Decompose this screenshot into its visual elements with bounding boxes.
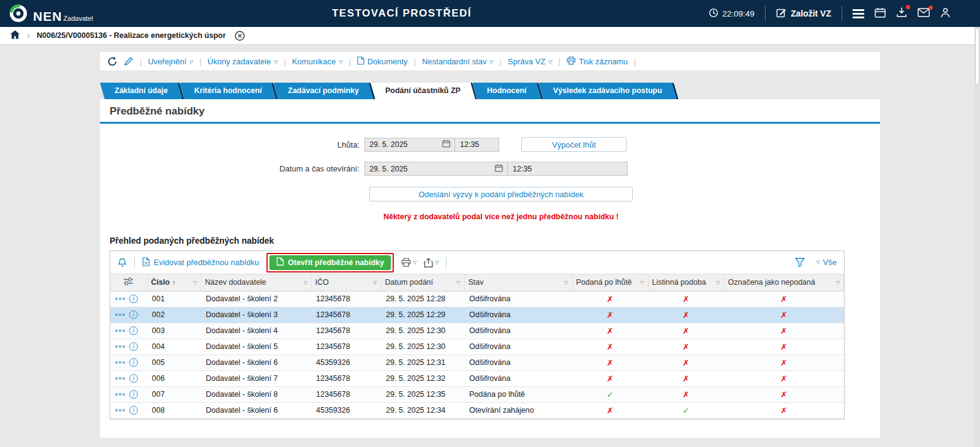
tab-1[interactable]: Základní údaje	[100, 83, 184, 99]
column-header-3[interactable]: IČO▽	[311, 274, 381, 291]
filter-dropdown-icon[interactable]: ▽	[564, 280, 568, 285]
messages-button[interactable]	[918, 8, 930, 20]
send-invitation-button[interactable]: Odeslání výzvy k podání předběžných nabí…	[369, 187, 633, 201]
column-header-1[interactable]: Číslo↑▽	[147, 274, 201, 291]
filter-dropdown-icon[interactable]: ▽	[716, 280, 720, 285]
brand-name: NEN	[33, 9, 62, 23]
filter-dropdown-icon[interactable]: ▽	[193, 280, 197, 285]
filter-dropdown-icon[interactable]: ▽	[373, 280, 377, 285]
cross-icon: ✗	[607, 295, 614, 304]
deadline-time-value[interactable]: 12:35	[454, 138, 499, 151]
row-menu-icon[interactable]	[115, 377, 125, 380]
column-header-5[interactable]: Stav▽	[464, 274, 572, 291]
register-bid-button[interactable]: Evidovat předběžnou nabídku	[142, 257, 259, 268]
breadcrumb-item[interactable]: N006/25/V00005136 - Realizace energetick…	[37, 31, 226, 40]
row-menu-icon[interactable]	[115, 393, 125, 396]
view-filter-dropdown[interactable]: ▽Vše	[816, 258, 837, 267]
table-row-007[interactable]: i007Dodavatel - školení 81234567829. 5. …	[110, 386, 844, 402]
history-icon[interactable]	[107, 56, 118, 67]
filter-dropdown-icon[interactable]: ▽	[640, 280, 644, 285]
row-paper: ✗	[648, 339, 724, 355]
tab-4[interactable]: Podání účastníků ZP	[371, 83, 477, 99]
filter-dropdown-icon[interactable]: ▽	[456, 280, 460, 285]
info-icon[interactable]: i	[129, 406, 138, 415]
row-menu-icon[interactable]	[115, 314, 125, 316]
menu-item-5[interactable]: Nestandardní stav▽	[422, 57, 494, 66]
export-button[interactable]: ▽	[424, 258, 439, 268]
column-header-6[interactable]: Podaná po lhůtě▽	[572, 274, 648, 291]
print-button[interactable]: ▽	[401, 258, 417, 267]
filter-dropdown-icon[interactable]: ▽	[303, 280, 307, 285]
tab-5[interactable]: Hodnocení	[472, 83, 543, 99]
menu-item-3[interactable]: Komunikace▽	[292, 57, 343, 66]
row-menu-icon[interactable]	[115, 361, 125, 364]
calendar-icon[interactable]	[442, 140, 450, 149]
row-status: Podána po lhůtě	[464, 386, 572, 402]
table-row-002[interactable]: i002Dodavatel - školení 31234567829. 5. …	[110, 307, 844, 323]
info-icon[interactable]: i	[129, 358, 138, 367]
profile-button[interactable]	[940, 7, 951, 20]
info-icon[interactable]: i	[129, 326, 138, 335]
opening-date-value[interactable]: 29. 5. 2025	[369, 165, 408, 173]
column-header-7[interactable]: Listinná podoba▽	[648, 274, 724, 291]
table-row-003[interactable]: i003Dodavatel - školení 41234567829. 5. …	[110, 323, 844, 339]
row-actions: i	[115, 371, 142, 386]
info-icon[interactable]: i	[129, 310, 138, 319]
menu-separator: |	[500, 57, 502, 66]
scrollbar-thumb[interactable]	[975, 28, 979, 85]
open-bids-button[interactable]: Otevřít předběžné nabídky	[270, 255, 391, 270]
table-row-004[interactable]: i004Dodavatel - školení 51234567829. 5. …	[110, 339, 844, 355]
table-row-008[interactable]: i008Dodavatel - školení 64535932629. 5. …	[110, 402, 844, 418]
column-settings-icon[interactable]	[123, 279, 134, 287]
clock: 22:09:49	[709, 8, 755, 20]
info-icon[interactable]: i	[129, 342, 138, 351]
cross-icon: ✗	[780, 390, 787, 399]
filter-icon[interactable]	[795, 258, 805, 267]
info-icon[interactable]: i	[129, 295, 138, 303]
calendar-button[interactable]	[875, 7, 886, 20]
row-menu-icon[interactable]	[115, 345, 125, 348]
calendar-icon[interactable]	[495, 164, 503, 174]
info-icon[interactable]: i	[129, 390, 138, 399]
column-header-inner: Označena jako nepodaná▽	[728, 278, 840, 287]
opening-time-value[interactable]: 12:35	[507, 162, 627, 175]
register-bid-label: Evidovat předběžnou nabídku	[154, 258, 259, 267]
close-icon[interactable]	[235, 31, 245, 41]
menu-item-1[interactable]: Uveřejnění▽	[148, 57, 193, 66]
deadline-row: Lhůta: 29. 5. 2025 12:35 Výpočet lhůt	[100, 137, 880, 152]
home-icon[interactable]	[10, 30, 20, 42]
create-vz-button[interactable]: Založit VZ	[776, 7, 831, 20]
column-header-2[interactable]: Název dodavatele▽	[201, 274, 311, 291]
table-row-001[interactable]: i001Dodavatel - školení 21234567829. 5. …	[110, 291, 844, 307]
downloads-button[interactable]	[896, 7, 907, 20]
column-header-8[interactable]: Označena jako nepodaná▽	[724, 274, 844, 291]
deadline-date-value[interactable]: 29. 5. 2025	[369, 140, 408, 149]
opening-datetime-field[interactable]: 29. 5. 2025 12:35	[364, 162, 628, 176]
calc-deadlines-button[interactable]: Výpočet lhůt	[521, 137, 627, 152]
column-header-4[interactable]: Datum podání▽	[381, 274, 464, 291]
tab-6[interactable]: Výsledek zadávacího postupu	[538, 83, 679, 99]
scrollbar[interactable]	[974, 27, 980, 447]
row-menu-icon[interactable]	[115, 329, 125, 332]
table-row-006[interactable]: i006Dodavatel - školení 71234567829. 5. …	[110, 370, 844, 386]
row-ico: 12345678	[311, 323, 381, 339]
info-icon[interactable]: i	[129, 374, 138, 383]
table-row-005[interactable]: i005Dodavatel - školení 64535932629. 5. …	[110, 355, 844, 370]
row-paper: ✗	[648, 307, 724, 323]
menu-button[interactable]	[853, 9, 864, 18]
menu-item-2[interactable]: Úkony zadavatele▽	[208, 57, 278, 66]
tab-2[interactable]: Kritéria hodnocení	[179, 83, 278, 99]
edit-icon[interactable]	[124, 56, 134, 66]
filter-dropdown-icon[interactable]: ▽	[836, 280, 840, 285]
brand[interactable]: NENZadavatel	[9, 4, 93, 23]
cross-icon: ✗	[607, 358, 614, 367]
deadline-datetime-field[interactable]: 29. 5. 2025 12:35	[364, 138, 499, 152]
bell-icon[interactable]	[118, 258, 127, 268]
menu-item-6[interactable]: Správa VZ▽	[508, 57, 552, 66]
row-menu-icon[interactable]	[115, 298, 125, 300]
row-menu-icon[interactable]	[115, 409, 125, 411]
menu-item-4[interactable]: Dokumenty	[357, 56, 408, 67]
tab-3[interactable]: Zadávací podmínky	[273, 83, 375, 99]
warning-message: Některý z dodavatelů podal více než jedn…	[369, 212, 633, 221]
menu-item-7[interactable]: Tisk záznamu	[567, 56, 628, 67]
